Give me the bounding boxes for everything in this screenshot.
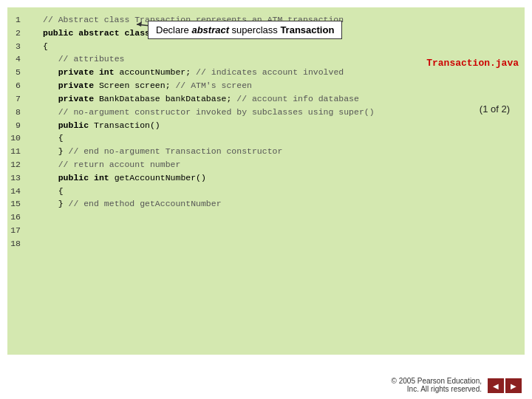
- callout-box: Declare abstract superclass Transaction: [148, 21, 342, 39]
- code-line: // no-argument constructor invoked by su…: [43, 106, 519, 119]
- line-number: 5: [10, 66, 21, 79]
- line-number: 6: [10, 79, 21, 92]
- line-number: 2: [10, 27, 21, 40]
- code-line: private Screen screen; // ATM's screen: [43, 79, 519, 92]
- code-line: } // end no-argument Transaction constru…: [43, 145, 519, 158]
- line-number: 12: [10, 158, 21, 171]
- copyright-line: © 2005 Pearson Education,: [392, 377, 482, 385]
- line-number: 17: [10, 224, 21, 237]
- code-line: public int getAccountNumber(): [43, 171, 519, 185]
- code-line: {: [43, 185, 519, 198]
- footer: © 2005 Pearson Education, Inc. All right…: [392, 377, 522, 393]
- callout-class: Transaction: [280, 24, 334, 35]
- callout-abstract: abstract: [191, 24, 229, 35]
- code-line: // return account number: [43, 158, 519, 171]
- nav-buttons: ◀ ▶: [488, 378, 522, 393]
- footer-text: © 2005 Pearson Education, Inc. All right…: [392, 377, 482, 393]
- line-number: 11: [10, 145, 21, 158]
- next-button[interactable]: ▶: [505, 378, 522, 393]
- line-number: 14: [10, 185, 21, 198]
- line-number: 4: [10, 52, 21, 66]
- line-number: 13: [10, 171, 21, 185]
- page-info: (1 of 2): [480, 103, 510, 115]
- code-content: // Abstract class Transaction represents…: [43, 13, 519, 211]
- line-number: 7: [10, 92, 21, 106]
- line-number: 3: [10, 40, 21, 53]
- line-number: 16: [10, 211, 21, 224]
- prev-button[interactable]: ◀: [488, 378, 504, 393]
- code-line: private BankDatabase bankDatabase; // ac…: [43, 92, 519, 106]
- code-line: {: [43, 132, 519, 145]
- callout-middle: superclass: [229, 24, 280, 35]
- code-line: } // end method getAccountNumber: [43, 197, 519, 211]
- line-number: 1: [10, 13, 21, 27]
- line-number: 8: [10, 106, 21, 119]
- line-number: 15: [10, 197, 21, 211]
- line-number: 18: [10, 237, 21, 250]
- line-number: 10: [10, 132, 21, 145]
- line-number: 9: [10, 119, 21, 132]
- code-line: public Transaction(): [43, 119, 519, 132]
- filename-label: Transaction.java: [426, 58, 519, 69]
- code-line: {: [43, 40, 519, 53]
- rights-line: Inc. All rights reserved.: [392, 385, 482, 393]
- callout-prefix: Declare: [156, 24, 191, 35]
